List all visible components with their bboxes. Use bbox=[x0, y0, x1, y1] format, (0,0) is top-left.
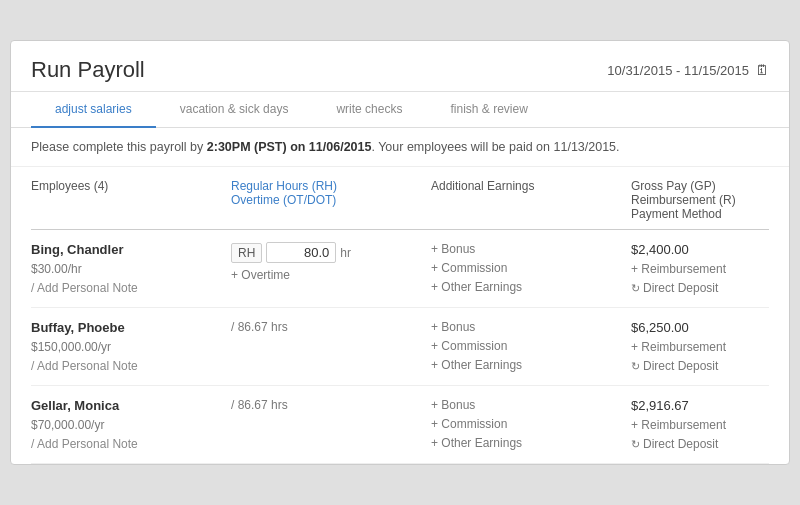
table-row: Bing, Chandler $30.00/hr / Add Personal … bbox=[31, 230, 769, 308]
earnings-link[interactable]: + Other Earnings bbox=[431, 436, 631, 450]
hours-cell: / 86.67 hrs bbox=[231, 398, 431, 412]
payment-cell: $2,400.00 + Reimbursement ↻ Direct Depos… bbox=[631, 242, 790, 295]
notice-prefix: Please complete this payroll by bbox=[31, 140, 207, 154]
earnings-link[interactable]: + Bonus bbox=[431, 242, 631, 256]
earnings-link[interactable]: + Commission bbox=[431, 417, 631, 431]
tab-vacation-sick[interactable]: vacation & sick days bbox=[156, 92, 313, 128]
notice-suffix: . Your employees will be paid on 11/13/2… bbox=[371, 140, 619, 154]
earnings-link[interactable]: + Other Earnings bbox=[431, 358, 631, 372]
earnings-link[interactable]: + Bonus bbox=[431, 398, 631, 412]
payment-cell: $2,916.67 + Reimbursement ↻ Direct Depos… bbox=[631, 398, 790, 451]
tab-write-checks[interactable]: write checks bbox=[312, 92, 426, 128]
payment-cell: $6,250.00 + Reimbursement ↻ Direct Depos… bbox=[631, 320, 790, 373]
table-row: Buffay, Phoebe $150,000.00/yr / Add Pers… bbox=[31, 308, 769, 386]
add-reimbursement[interactable]: + Reimbursement bbox=[631, 340, 790, 354]
employee-cell: Buffay, Phoebe $150,000.00/yr / Add Pers… bbox=[31, 320, 231, 373]
employee-name: Buffay, Phoebe bbox=[31, 320, 231, 335]
employee-name: Bing, Chandler bbox=[31, 242, 231, 257]
earnings-cell: + Bonus+ Commission+ Other Earnings bbox=[431, 398, 631, 450]
payroll-window: Run Payroll 10/31/2015 - 11/15/2015 🗓 ad… bbox=[10, 40, 790, 465]
tab-finish-review[interactable]: finish & review bbox=[426, 92, 551, 128]
hours-cell: RH 80.0 hr + Overtime bbox=[231, 242, 431, 282]
earnings-cell: + Bonus+ Commission+ Other Earnings bbox=[431, 320, 631, 372]
col-employees: Employees (4) bbox=[31, 179, 231, 221]
add-reimbursement[interactable]: + Reimbursement bbox=[631, 262, 790, 276]
earnings-link[interactable]: + Bonus bbox=[431, 320, 631, 334]
direct-deposit[interactable]: ↻ Direct Deposit bbox=[631, 359, 790, 373]
page-title: Run Payroll bbox=[31, 57, 145, 83]
earnings-cell: + Bonus+ Commission+ Other Earnings bbox=[431, 242, 631, 294]
earnings-link[interactable]: + Other Earnings bbox=[431, 280, 631, 294]
rh-input-row: RH 80.0 hr bbox=[231, 242, 431, 263]
add-personal-note[interactable]: / Add Personal Note bbox=[31, 281, 231, 295]
employee-cell: Gellar, Monica $70,000.00/yr / Add Perso… bbox=[31, 398, 231, 451]
col-gross-pay: Gross Pay (GP) Reimbursement (R) Payment… bbox=[631, 179, 790, 221]
employee-rate: $70,000.00/yr bbox=[31, 418, 231, 432]
add-overtime[interactable]: + Overtime bbox=[231, 268, 431, 282]
direct-deposit[interactable]: ↻ Direct Deposit bbox=[631, 437, 790, 451]
date-range-text: 10/31/2015 - 11/15/2015 bbox=[607, 63, 749, 78]
hours-plain: / 86.67 hrs bbox=[231, 398, 431, 412]
payroll-table: Employees (4) Regular Hours (RH) Overtim… bbox=[11, 167, 789, 464]
employee-cell: Bing, Chandler $30.00/hr / Add Personal … bbox=[31, 242, 231, 295]
hours-cell: / 86.67 hrs bbox=[231, 320, 431, 334]
rh-unit: hr bbox=[340, 246, 351, 260]
employee-list: Bing, Chandler $30.00/hr / Add Personal … bbox=[31, 230, 769, 464]
tab-adjust-salaries[interactable]: adjust salaries bbox=[31, 92, 156, 128]
earnings-link[interactable]: + Commission bbox=[431, 339, 631, 353]
direct-deposit[interactable]: ↻ Direct Deposit bbox=[631, 281, 790, 295]
employee-name: Gellar, Monica bbox=[31, 398, 231, 413]
gross-pay-amount: $6,250.00 bbox=[631, 320, 790, 335]
calendar-icon[interactable]: 🗓 bbox=[755, 62, 769, 78]
col-additional-earnings: Additional Earnings bbox=[431, 179, 631, 221]
hours-plain: / 86.67 hrs bbox=[231, 320, 431, 334]
employee-rate: $150,000.00/yr bbox=[31, 340, 231, 354]
gross-pay-amount: $2,916.67 bbox=[631, 398, 790, 413]
header: Run Payroll 10/31/2015 - 11/15/2015 🗓 bbox=[11, 41, 789, 92]
add-personal-note[interactable]: / Add Personal Note bbox=[31, 437, 231, 451]
notice-deadline: 2:30PM (PST) on 11/06/2015 bbox=[207, 140, 372, 154]
employee-rate: $30.00/hr bbox=[31, 262, 231, 276]
add-reimbursement[interactable]: + Reimbursement bbox=[631, 418, 790, 432]
refresh-icon: ↻ bbox=[631, 438, 640, 451]
column-headers: Employees (4) Regular Hours (RH) Overtim… bbox=[31, 167, 769, 230]
gross-pay-amount: $2,400.00 bbox=[631, 242, 790, 257]
earnings-link[interactable]: + Commission bbox=[431, 261, 631, 275]
table-row: Gellar, Monica $70,000.00/yr / Add Perso… bbox=[31, 386, 769, 464]
rh-value[interactable]: 80.0 bbox=[266, 242, 336, 263]
refresh-icon: ↻ bbox=[631, 360, 640, 373]
tab-bar: adjust salaries vacation & sick days wri… bbox=[11, 92, 789, 128]
col-hours: Regular Hours (RH) Overtime (OT/DOT) bbox=[231, 179, 431, 221]
date-range: 10/31/2015 - 11/15/2015 🗓 bbox=[607, 62, 769, 78]
add-personal-note[interactable]: / Add Personal Note bbox=[31, 359, 231, 373]
payroll-notice: Please complete this payroll by 2:30PM (… bbox=[11, 128, 789, 167]
refresh-icon: ↻ bbox=[631, 282, 640, 295]
rh-label: RH bbox=[231, 243, 262, 263]
